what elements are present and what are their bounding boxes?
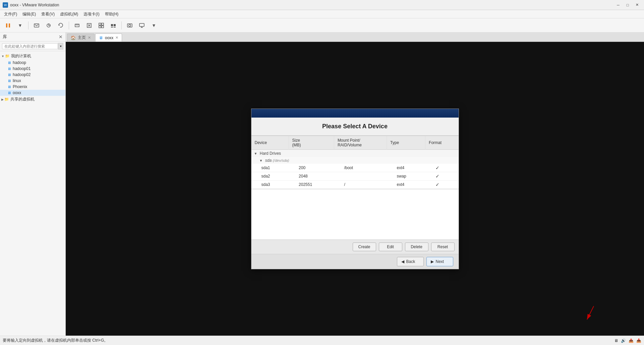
- tree-node-hadoop01[interactable]: 🖥 hadoop01: [0, 66, 65, 72]
- dialog-title-section: Please Select A Device: [251, 118, 459, 136]
- maximize-button[interactable]: □: [623, 2, 632, 8]
- sda3-size: 202551: [289, 180, 334, 189]
- section-hard-drives[interactable]: ▼ Hard Drives: [251, 149, 459, 157]
- vm-icon: 🖥: [7, 78, 11, 83]
- toolbar-sep-2: [69, 21, 69, 29]
- subsection-sda[interactable]: ▼ sda (/dev/sda): [251, 157, 459, 164]
- svg-rect-4: [75, 24, 79, 27]
- vm-icon: 🖥: [7, 84, 11, 89]
- vm-icon: 🖥: [7, 60, 11, 65]
- svg-rect-9: [99, 26, 101, 28]
- table-row-sda2[interactable]: sda2 2048 swap ✓: [251, 172, 459, 180]
- reset-button[interactable]: Reset: [431, 243, 455, 251]
- toolbar-sep-1: [28, 21, 28, 29]
- statusbar-icon-2: 🔊: [621, 338, 626, 343]
- tab-ooxx-close[interactable]: ✕: [115, 36, 118, 40]
- toolbar-win-btn[interactable]: [108, 20, 119, 31]
- sidebar-search-input[interactable]: [2, 43, 58, 49]
- menu-help[interactable]: 帮助(H): [102, 11, 121, 18]
- statusbar: 要将输入定向到虚拟机，请在虚拟机内部单击或按 Ctrl+G。 🖥 🔊 📤 📥: [0, 336, 644, 345]
- svg-rect-14: [114, 27, 116, 27]
- toolbar-revert-btn[interactable]: [55, 20, 66, 31]
- tree-node-hadoop[interactable]: 🖥 hadoop: [0, 60, 65, 66]
- statusbar-icon-4: 📥: [636, 338, 641, 343]
- fullscreen-icon: [74, 22, 80, 28]
- next-button[interactable]: ▶ Next: [426, 257, 453, 266]
- vm-screen[interactable]: Please Select A Device Device Size(MB) M…: [66, 42, 644, 336]
- dialog-overlay: Please Select A Device Device Size(MB) M…: [66, 42, 644, 336]
- toolbar-fullscreen-btn[interactable]: [72, 20, 82, 31]
- sidebar-close-button[interactable]: ✕: [59, 34, 63, 40]
- tab-home[interactable]: 🏠 主页 ✕: [67, 33, 95, 42]
- delete-button[interactable]: Delete: [405, 243, 428, 251]
- sda1-mount: /boot: [334, 164, 387, 172]
- tree-node-linux[interactable]: 🖥 linux: [0, 78, 65, 84]
- tree-label-my-computer: 我的计算机: [11, 53, 31, 59]
- sidebar-search-dropdown[interactable]: ▾: [58, 43, 63, 50]
- expand-icon: ▶: [1, 98, 4, 101]
- pause-icon: [5, 22, 11, 28]
- toolbar-display-btn[interactable]: [136, 20, 147, 31]
- tree-node-phoenix[interactable]: 🖥 Phoenix: [0, 84, 65, 90]
- close-button[interactable]: ✕: [633, 2, 641, 8]
- tree-label-phoenix: Phoenix: [13, 84, 27, 89]
- back-label: Back: [406, 259, 415, 264]
- menu-edit[interactable]: 编辑(E): [20, 11, 39, 18]
- back-button[interactable]: ◀ Back: [397, 257, 424, 266]
- dialog-top-bar: [251, 109, 459, 118]
- svg-line-19: [587, 306, 594, 320]
- svg-rect-1: [9, 23, 10, 27]
- windows-icon: [110, 22, 116, 28]
- toolbar-display-dropdown-btn[interactable]: ▾: [149, 20, 159, 31]
- folder-icon: 📁: [5, 54, 10, 59]
- check-icon: ✓: [435, 174, 440, 179]
- window-controls: ─ □ ✕: [614, 2, 641, 8]
- device-table-area: Device Size(MB) Mount Point/RAID/Volume …: [251, 136, 459, 189]
- table-row-sda1[interactable]: sda1 200 /boot ext4 ✓: [251, 164, 459, 172]
- sda1-format: ✓: [425, 164, 459, 172]
- hard-drives-label: Hard Drives: [260, 151, 281, 156]
- tree-node-hadoop02[interactable]: 🖥 hadoop02: [0, 72, 65, 78]
- send-icon: [34, 22, 40, 28]
- toolbar-unity-btn[interactable]: [96, 20, 107, 31]
- hard-drives-expand: ▼: [254, 152, 257, 155]
- svg-rect-12: [114, 24, 116, 26]
- toolbar-fit-btn[interactable]: [84, 20, 95, 31]
- toolbar-snapshot-btn[interactable]: [43, 20, 54, 31]
- sda3-type: ext4: [387, 180, 425, 189]
- menu-tabs[interactable]: 选项卡(I): [81, 11, 102, 18]
- titlebar: W ooxx - VMware Workstation ─ □ ✕: [0, 0, 644, 10]
- snapshot-icon: [46, 22, 52, 28]
- tree-node-shared[interactable]: ▶ 📁 共享的虚拟机: [0, 96, 65, 103]
- vm-tab-icon: 🖥: [99, 36, 103, 40]
- toolbar-pause-btn[interactable]: [3, 20, 13, 31]
- tree-node-my-computer[interactable]: ▼ 📁 我的计算机: [0, 53, 65, 60]
- minimize-button[interactable]: ─: [614, 2, 623, 8]
- sda1-device: sda1: [251, 164, 289, 172]
- statusbar-icon-3: 📤: [629, 338, 634, 343]
- edit-button[interactable]: Edit: [379, 243, 402, 251]
- menu-vm[interactable]: 虚拟机(M): [57, 11, 81, 18]
- svg-rect-5: [76, 24, 78, 25]
- sda-expand: ▼: [259, 159, 263, 162]
- menu-view[interactable]: 查看(V): [39, 11, 57, 18]
- toolbar-dropdown-btn[interactable]: ▾: [15, 20, 25, 31]
- tree-label-hadoop01: hadoop01: [13, 66, 31, 71]
- toolbar-send-btn[interactable]: [31, 20, 42, 31]
- create-button[interactable]: Create: [353, 243, 376, 251]
- sda3-mount: /: [334, 180, 387, 189]
- svg-rect-10: [102, 26, 104, 28]
- device-table: Device Size(MB) Mount Point/RAID/Volume …: [251, 136, 459, 189]
- table-row-sda3[interactable]: sda3 202551 / ext4 ✓: [251, 180, 459, 189]
- tab-ooxx-label: ooxx: [105, 36, 113, 40]
- tree-label-ooxx: ooxx: [13, 90, 21, 95]
- tab-home-close[interactable]: ✕: [88, 36, 91, 40]
- svg-rect-7: [99, 23, 101, 25]
- tree-label-linux: linux: [13, 78, 21, 83]
- col-format: Format: [425, 136, 459, 150]
- tab-ooxx[interactable]: 🖥 ooxx ✕: [95, 33, 122, 42]
- menu-file[interactable]: 文件(F): [1, 11, 20, 18]
- tree-node-ooxx[interactable]: 🖥 ooxx: [0, 90, 65, 96]
- toolbar-screenshot-btn[interactable]: [124, 20, 135, 31]
- check-icon: ✓: [435, 165, 440, 170]
